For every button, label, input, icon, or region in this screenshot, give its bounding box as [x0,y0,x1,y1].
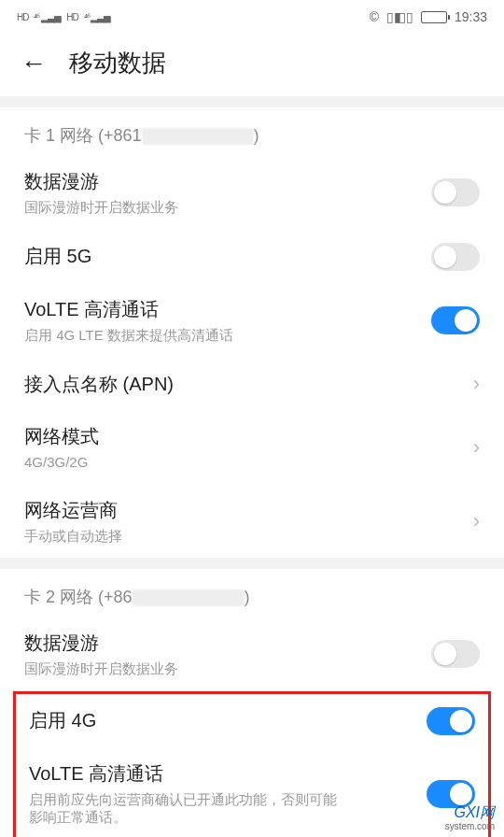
row-subtitle: 4G/3G/2G [24,453,342,472]
sim1-volte-row[interactable]: VoLTE 高清通话 启用 4G LTE 数据来提供高清通话 [0,284,504,358]
sim1-apn-row[interactable]: 接入点名称 (APN) › [0,357,504,411]
page-title: 移动数据 [69,47,166,79]
sim2-volte-row[interactable]: VoLTE 高清通话 启用前应先向运营商确认已开通此功能，否则可能影响正常通话。 [16,748,488,838]
4g-toggle[interactable] [427,707,475,735]
sim1-5g-row[interactable]: 启用 5G [0,230,504,284]
chevron-right-icon: › [473,435,480,460]
row-title: 启用 4G [29,708,427,733]
row-title: 网络模式 [24,424,473,449]
volte-toggle[interactable] [431,306,480,334]
volte-toggle[interactable] [427,780,475,808]
sim1-carrier-row[interactable]: 网络运营商 手动或自动选择 › [0,485,504,559]
back-icon[interactable]: ← [21,50,47,77]
row-title: VoLTE 高清通话 [29,761,427,787]
redacted-number [142,128,254,145]
row-title: 数据漫游 [24,631,431,656]
row-subtitle: 启用前应先向运营商确认已开通此功能，否则可能影响正常通话。 [29,790,346,827]
sim2-section: 卡 2 网络 (+86) 数据漫游 国际漫游时开启数据业务 启用 4G VoLT… [0,569,504,837]
row-title: 网络运营商 [24,498,473,523]
sim1-header: 卡 1 网络 (+861) [0,107,504,156]
highlight-box: 启用 4G VoLTE 高清通话 启用前应先向运营商确认已开通此功能，否则可能影… [13,691,491,838]
signal-2-icon: ⁴⁶ ▂▃▅ [84,12,111,22]
row-subtitle: 国际漫游时开启数据业务 [24,660,342,678]
chevron-right-icon: › [473,509,480,533]
alarm-icon: © [370,9,379,24]
status-bar: HD ⁴⁶ ▂▃▅ HD ⁴⁶ ▂▃▅ © ▯◧▯ 19:33 [0,0,504,34]
watermark-text: GXI网 [454,804,495,821]
5g-toggle[interactable] [431,243,480,271]
row-title: 数据漫游 [24,169,431,194]
sim2-header: 卡 2 网络 (+86) [0,569,504,617]
hd-icon-2: HD [66,12,77,22]
roaming-toggle[interactable] [431,178,480,206]
row-title: 接入点名称 (APN) [24,372,473,397]
status-left: HD ⁴⁶ ▂▃▅ HD ⁴⁶ ▂▃▅ [17,12,110,22]
row-title: 启用 5G [24,244,431,269]
battery-icon [421,11,447,23]
row-subtitle: 启用 4G LTE 数据来提供高清通话 [24,326,342,345]
clock-time: 19:33 [455,9,487,24]
signal-1-icon: ⁴⁶ ▂▃▅ [34,12,61,22]
row-title: VoLTE 高清通话 [24,297,431,322]
sim1-roaming-row[interactable]: 数据漫游 国际漫游时开启数据业务 [0,156,504,230]
hd-icon: HD [17,12,28,22]
status-right: © ▯◧▯ 19:33 [370,9,487,24]
watermark: GXI网 system.com [445,804,495,831]
row-subtitle: 手动或自动选择 [24,527,342,546]
chevron-right-icon: › [473,372,480,396]
row-subtitle: 国际漫游时开启数据业务 [24,198,342,217]
sim1-section: 卡 1 网络 (+861) 数据漫游 国际漫游时开启数据业务 启用 5G VoL… [0,107,504,558]
roaming-toggle[interactable] [431,640,480,668]
sim2-roaming-row[interactable]: 数据漫游 国际漫游时开启数据业务 [0,617,504,691]
vibrate-icon: ▯◧▯ [386,9,413,24]
redacted-number [133,589,245,606]
watermark-sub: system.com [445,821,495,831]
sim2-4g-row[interactable]: 启用 4G [16,694,488,748]
page-header: ← 移动数据 [0,34,504,96]
sim1-netmode-row[interactable]: 网络模式 4G/3G/2G › [0,411,504,485]
